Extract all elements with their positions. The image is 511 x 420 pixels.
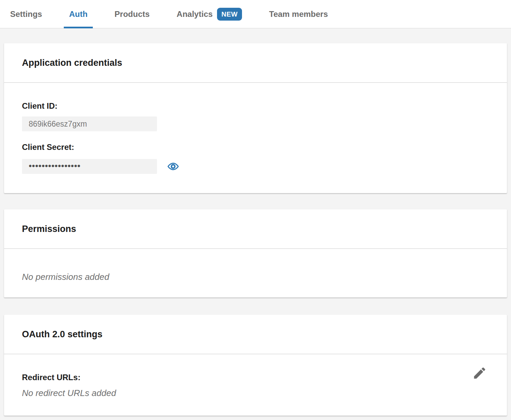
- tab-team-members[interactable]: Team members: [264, 0, 333, 28]
- oauth-settings-body: Redirect URLs: No redirect URLs added: [4, 354, 507, 416]
- permissions-body: No permissions added: [4, 249, 507, 297]
- tab-analytics[interactable]: Analytics NEW: [171, 0, 247, 28]
- tab-team-members-label: Team members: [269, 9, 328, 19]
- redirect-urls-label: Redirect URLs:: [22, 372, 489, 383]
- client-secret-label: Client Secret:: [22, 142, 489, 152]
- show-secret-button[interactable]: [166, 160, 180, 173]
- edit-redirect-urls-button[interactable]: [472, 365, 487, 381]
- eye-icon: [167, 160, 179, 173]
- tab-analytics-label: Analytics: [177, 9, 213, 19]
- client-secret-row: ••••••••••••••••: [22, 159, 489, 174]
- permissions-title: Permissions: [22, 224, 76, 234]
- permissions-header: Permissions: [4, 209, 507, 249]
- tab-auth[interactable]: Auth: [64, 0, 93, 28]
- tab-settings-label: Settings: [10, 9, 42, 19]
- tab-settings[interactable]: Settings: [5, 0, 48, 28]
- oauth-settings-card: OAuth 2.0 settings Redirect URLs: No red…: [4, 315, 507, 416]
- client-id-field[interactable]: 869ik66esz7gxm: [22, 116, 157, 131]
- oauth-settings-header: OAuth 2.0 settings: [4, 315, 507, 354]
- redirect-urls-empty-text: No redirect URLs added: [22, 387, 489, 399]
- app-tabbar: Settings Auth Products Analytics NEW Tea…: [0, 0, 511, 28]
- pencil-icon: [472, 366, 487, 380]
- new-badge: NEW: [217, 8, 242, 21]
- permissions-empty-text: No permissions added: [22, 271, 489, 283]
- application-credentials-card: Application credentials Client ID: 869ik…: [4, 43, 507, 193]
- tab-products[interactable]: Products: [109, 0, 155, 28]
- application-credentials-body: Client ID: 869ik66esz7gxm Client Secret:…: [4, 83, 507, 193]
- permissions-card: Permissions No permissions added: [4, 209, 507, 297]
- tab-auth-label: Auth: [69, 9, 88, 19]
- oauth-settings-title: OAuth 2.0 settings: [22, 329, 103, 340]
- application-credentials-title: Application credentials: [22, 58, 122, 68]
- client-id-label: Client ID:: [22, 101, 489, 111]
- application-credentials-header: Application credentials: [4, 43, 507, 83]
- tab-products-label: Products: [114, 9, 150, 19]
- client-secret-field[interactable]: ••••••••••••••••: [22, 159, 157, 174]
